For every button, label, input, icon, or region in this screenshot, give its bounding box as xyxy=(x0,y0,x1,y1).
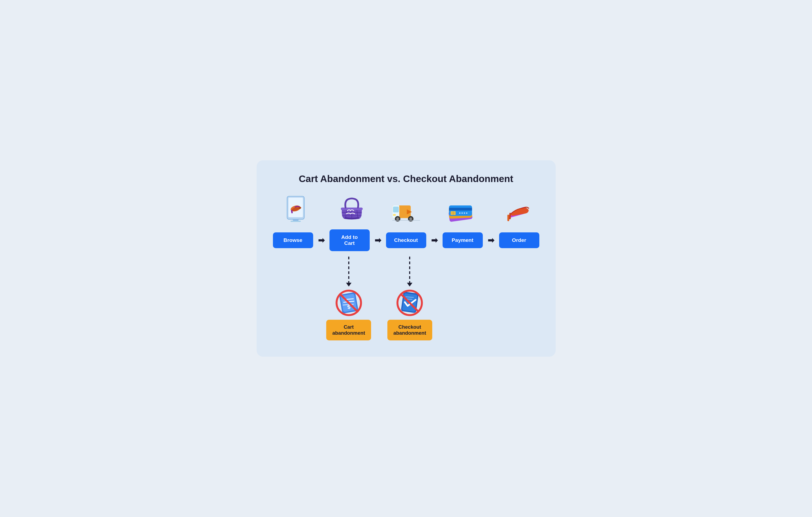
cart-arrowhead xyxy=(346,283,351,287)
cart-abandonment-column: $ Cart abandonment xyxy=(326,254,371,341)
svg-point-33 xyxy=(464,212,465,214)
buttons-row: Browse ➡ Add to Cart ➡ Checkout ➡ Paymen… xyxy=(273,229,539,251)
spacer-arrow4 xyxy=(486,254,502,341)
arrow-3: ➡ xyxy=(426,236,442,245)
spacer-arrow2 xyxy=(371,254,387,341)
spacer-browse xyxy=(273,254,310,341)
checkout-icon-slot xyxy=(387,195,425,225)
cart-dashed-arrow xyxy=(346,254,351,287)
abandonment-row: $ Cart abandonment xyxy=(273,254,539,341)
payment-icon-slot xyxy=(441,195,480,225)
checkout-abandonment-label: Checkout abandonment xyxy=(387,320,432,341)
checkout-arrowhead xyxy=(407,283,412,287)
svg-rect-27 xyxy=(449,208,472,211)
cart-icon-slot xyxy=(333,195,371,225)
svg-point-20 xyxy=(396,217,399,220)
icons-row xyxy=(273,195,539,225)
cart-no-sign: $ xyxy=(335,289,362,317)
arrow-1: ➡ xyxy=(313,236,329,245)
checkout-abandonment-column: Checkout abandonment xyxy=(387,254,432,341)
spacer-order xyxy=(502,254,539,341)
checkout-button: Checkout xyxy=(386,233,426,248)
arrow-4: ➡ xyxy=(483,236,499,245)
svg-rect-6 xyxy=(290,221,301,222)
checkout-icon xyxy=(391,195,421,225)
browse-icon xyxy=(283,195,312,225)
svg-point-32 xyxy=(461,212,463,214)
cart-dashed-line xyxy=(348,256,349,283)
svg-point-34 xyxy=(466,212,467,214)
diagram-container: Cart Abandonment vs. Checkout Abandonmen… xyxy=(257,160,556,357)
checkout-dashed-arrow xyxy=(407,254,412,287)
svg-rect-35 xyxy=(507,215,509,221)
svg-rect-16 xyxy=(393,207,399,212)
spacer-arrow3 xyxy=(432,254,448,341)
cart-abandonment-label: Cart abandonment xyxy=(326,320,371,341)
add-to-cart-icon xyxy=(337,195,367,225)
add-to-cart-button: Add to Cart xyxy=(329,229,370,251)
checkout-no-sign xyxy=(396,289,423,317)
arrow-2: ➡ xyxy=(370,236,386,245)
payment-icon xyxy=(445,195,475,225)
order-button: Order xyxy=(499,233,539,248)
svg-rect-17 xyxy=(393,214,396,216)
svg-rect-36 xyxy=(509,213,511,219)
payment-button: Payment xyxy=(442,233,483,248)
browse-button: Browse xyxy=(273,233,313,248)
order-icon-slot xyxy=(496,195,534,225)
spacer-payment xyxy=(448,254,486,341)
svg-rect-5 xyxy=(293,219,298,221)
page-title: Cart Abandonment vs. Checkout Abandonmen… xyxy=(273,173,539,184)
spacer-arrow1 xyxy=(310,254,326,341)
flow-section: Browse ➡ Add to Cart ➡ Checkout ➡ Paymen… xyxy=(273,195,539,341)
order-icon xyxy=(500,195,530,225)
checkout-dashed-line xyxy=(409,256,410,283)
browse-icon-slot xyxy=(279,195,316,225)
svg-point-31 xyxy=(459,212,460,214)
svg-point-22 xyxy=(409,217,412,220)
